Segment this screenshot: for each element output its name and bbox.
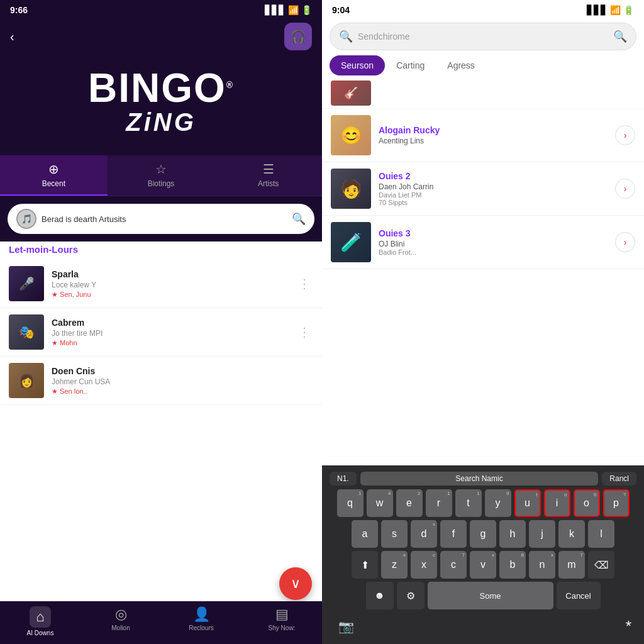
key-shift[interactable]: ⬆	[352, 551, 378, 579]
key-s[interactable]: s	[381, 520, 408, 548]
item2-star: ★ Mohn	[52, 339, 288, 347]
keyboard-overlay: N1. Search Namic Rancl q1 w4 e2 r1 t1 y9…	[322, 465, 644, 644]
tab-artists[interactable]: ☰ Artists	[214, 155, 322, 196]
keyboard-row-4: ☻ ⚙ Some Cancel	[325, 582, 641, 609]
search-input-row[interactable]: 🔍 Sendchirome 🔍	[330, 23, 636, 50]
tab-biotings[interactable]: ☆ Biotings	[108, 155, 215, 196]
result-sub3-2: Badio Frot...	[379, 248, 608, 256]
result-item-partial[interactable]: 🎸	[322, 78, 644, 109]
key-f[interactable]: f	[440, 520, 467, 548]
key-g[interactable]: g	[470, 520, 496, 548]
item3-thumb: 👩	[9, 363, 44, 398]
list-item[interactable]: 🎭 Cabrem Jo ther tire MPI ★ Mohn ⋮	[0, 308, 322, 357]
search-bar[interactable]: 🎵 Berad is dearth Artusits 🔍	[8, 204, 314, 234]
filter-seurson[interactable]: Seurson	[330, 55, 385, 75]
suggestion-center[interactable]: Search Namic	[360, 472, 599, 486]
keyboard-suggestions: N1. Search Namic Rancl	[325, 469, 641, 489]
key-k[interactable]: k	[558, 520, 585, 548]
headphone-icon: 🎧	[291, 29, 306, 44]
result-arrow-2[interactable]: ›	[615, 179, 635, 199]
nav-aidowns[interactable]: ⌂ AI Downs	[0, 606, 80, 636]
left-status-icons: ▋▋▋ 📶 🔋	[265, 5, 312, 15]
signal-icon: ▋▋▋	[265, 5, 286, 15]
camera-icon[interactable]: 📷	[335, 615, 357, 638]
key-c[interactable]: c7	[440, 551, 467, 579]
tab-recent[interactable]: ⊕ Becent	[0, 155, 108, 196]
more-icon[interactable]: ⋮	[296, 274, 313, 294]
item1-info: Sparla Loce kalew Y ★ Sen, Junu	[52, 269, 288, 299]
result-item-3[interactable]: 🧪 Ouies 3 OJ Blini Badio Frot... ›	[322, 216, 644, 269]
wifi-icon: 📶	[610, 5, 621, 15]
key-space[interactable]: Some	[428, 582, 553, 609]
left-panel: 9:66 ▋▋▋ 📶 🔋 ‹ 🎧 BINGO® ZiNG ⊕ Becent ☆ …	[0, 0, 322, 644]
key-p[interactable]: p?	[603, 489, 630, 517]
key-b[interactable]: b8	[499, 551, 526, 579]
result-sub3-1: OJ Blini	[379, 240, 608, 248]
key-cancel[interactable]: Cancel	[557, 582, 601, 609]
key-x[interactable]: xc	[411, 551, 437, 579]
result-thumb-2: 🧑	[331, 169, 371, 209]
suggestion-right[interactable]: Rancl	[602, 472, 636, 486]
result-sub2-1: Daen Joh Carrin	[379, 182, 608, 191]
logo-bingo: BINGO®	[88, 68, 234, 108]
nav-reclours[interactable]: 👤 Reclours	[161, 606, 242, 636]
back-button[interactable]: ‹	[10, 30, 14, 44]
nav-molion[interactable]: ◎ Molion	[80, 606, 161, 636]
key-delete[interactable]: ⌫	[588, 551, 614, 579]
filter-carting[interactable]: Carting	[385, 55, 436, 78]
key-y[interactable]: y9	[485, 489, 511, 517]
more-icon[interactable]: ⋮	[296, 322, 313, 342]
result-arrow-3[interactable]: ›	[615, 232, 635, 252]
filter-agress[interactable]: Agress	[436, 55, 486, 78]
key-settings[interactable]: ⚙	[397, 582, 425, 609]
result-item-1[interactable]: 😊 Alogain Rucky Acenting Lins ›	[322, 109, 644, 162]
search-input[interactable]: Sendchirome	[358, 31, 608, 42]
key-l[interactable]: l	[588, 520, 614, 548]
headphone-button[interactable]: 🎧	[284, 23, 312, 50]
item3-info: Doen Cnis Johmer Cun USA ★ Sen lon..	[52, 366, 313, 396]
key-i[interactable]: io	[544, 489, 570, 517]
result-arrow-1[interactable]: ›	[615, 125, 635, 145]
key-m[interactable]: m7	[558, 551, 585, 579]
reclours-icon: 👤	[193, 606, 210, 623]
key-r[interactable]: r1	[426, 489, 452, 517]
logo-zing: ZiNG	[126, 108, 196, 136]
result-thumb-1: 😊	[331, 115, 371, 155]
section-title: Let-moin-Lours	[0, 242, 322, 260]
list-item[interactable]: 🎤 Sparla Loce kalew Y ★ Sen, Junu ⋮	[0, 260, 322, 308]
key-emoji[interactable]: ☻	[366, 582, 394, 609]
result-thumb-0: 🎸	[331, 80, 371, 106]
result-info-3: Ouies 3 OJ Blini Badio Frot...	[379, 228, 608, 256]
key-u[interactable]: ut	[514, 489, 541, 517]
key-j[interactable]: j	[529, 520, 555, 548]
wifi-icon: 📶	[288, 5, 299, 15]
nav-shynow[interactable]: ▤ Shy Now:	[242, 606, 322, 636]
search-icon[interactable]: 🔍	[292, 212, 306, 226]
result-name-3: Ouies 3	[379, 228, 608, 238]
result-thumb-3: 🧪	[331, 222, 371, 262]
key-o[interactable]: o0	[574, 489, 600, 517]
suggestion-left[interactable]: N1.	[330, 472, 357, 486]
key-t[interactable]: t1	[455, 489, 482, 517]
key-v[interactable]: vx	[470, 551, 496, 579]
search-right-icon[interactable]: 🔍	[613, 30, 627, 43]
tabs-row: ⊕ Becent ☆ Biotings ☰ Artists	[0, 155, 322, 196]
key-a[interactable]: a	[352, 520, 378, 548]
key-n[interactable]: nx	[529, 551, 555, 579]
key-q[interactable]: q1	[337, 489, 364, 517]
recent-icon: ⊕	[48, 162, 59, 177]
key-d[interactable]: dx	[411, 520, 437, 548]
key-z[interactable]: zx	[381, 551, 408, 579]
key-e[interactable]: e2	[396, 489, 423, 517]
left-header: ‹ 🎧	[0, 18, 322, 55]
nav-shynow-label: Shy Now:	[269, 625, 296, 631]
nav-aidowns-label: AI Downs	[27, 630, 54, 636]
nav-molion-label: Molion	[111, 625, 130, 631]
fab-button[interactable]: ∨	[279, 567, 312, 600]
key-h[interactable]: h	[499, 520, 526, 548]
list-item[interactable]: 👩 Doen Cnis Johmer Cun USA ★ Sen lon..	[0, 357, 322, 405]
item1-star: ★ Sen, Junu	[52, 291, 288, 299]
result-sub-1: Acenting Lins	[379, 136, 608, 145]
result-item-2[interactable]: 🧑 Ouies 2 Daen Joh Carrin Davia Liet PM …	[322, 162, 644, 216]
key-w[interactable]: w4	[367, 489, 393, 517]
